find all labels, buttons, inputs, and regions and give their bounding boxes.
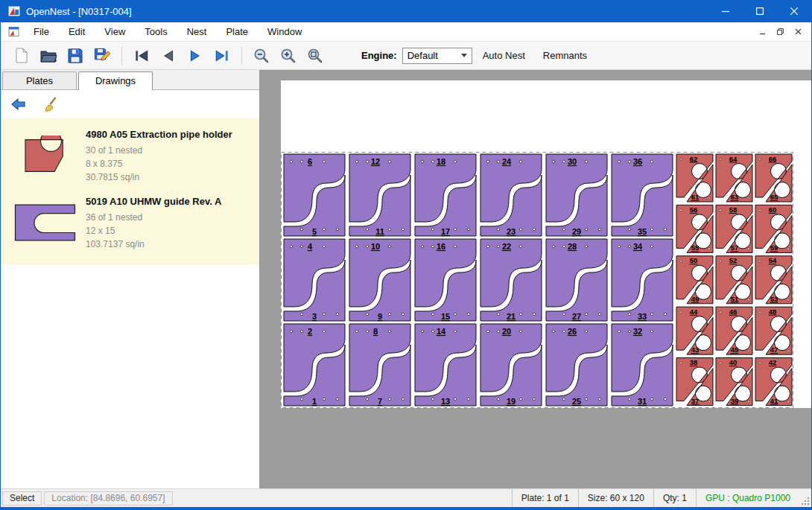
nest-canvas[interactable]: 6512111817242330293635431091615222128273… [260, 70, 811, 488]
svg-text:30: 30 [568, 157, 577, 166]
status-qty: Qty: 1 [653, 489, 696, 507]
clean-button[interactable] [39, 93, 63, 115]
engine-select[interactable]: Default [402, 48, 472, 64]
left-panel: PlatesDrawings 4980 A05 Extraction pipe … [1, 70, 260, 488]
previous-plate-button[interactable] [155, 44, 182, 68]
svg-text:25: 25 [572, 397, 581, 406]
menu-item-nest[interactable]: Nest [177, 23, 217, 40]
svg-text:45: 45 [731, 345, 739, 354]
drawing-list-item[interactable]: 5019 A10 UHMW guide Rev. A36 of 1 nested… [1, 188, 259, 255]
svg-text:16: 16 [437, 242, 445, 251]
last-plate-button[interactable] [209, 44, 235, 68]
toolbar-separator [241, 47, 242, 65]
drawing-nested-count: 36 of 1 nested [86, 211, 255, 224]
mdi-close-button[interactable] [789, 24, 807, 40]
menu-item-window[interactable]: Window [258, 23, 311, 40]
statusbar: Select Location: [84.8696, 60.6957] Plat… [1, 488, 811, 507]
svg-text:28: 28 [568, 242, 577, 251]
return-parts-button[interactable] [7, 93, 31, 115]
next-arrow-icon [187, 48, 203, 64]
next-plate-button[interactable] [182, 44, 209, 68]
menubar: FileEditViewToolsNestPlateWindow [1, 22, 811, 42]
svg-text:24: 24 [502, 157, 512, 166]
svg-text:64: 64 [729, 155, 738, 163]
menu-item-plate[interactable]: Plate [216, 23, 258, 40]
svg-text:17: 17 [441, 227, 450, 236]
first-plate-button[interactable] [128, 44, 155, 68]
svg-text:26: 26 [568, 327, 577, 336]
open-folder-icon [39, 47, 57, 65]
svg-text:61: 61 [691, 193, 700, 201]
svg-text:54: 54 [769, 256, 777, 264]
engine-label: Engine: [361, 50, 397, 61]
svg-text:33: 33 [638, 312, 647, 321]
drawing-list-item[interactable]: 4980 A05 Extraction pipe holder30 of 1 n… [1, 121, 259, 188]
drawing-size: 12 x 15 [86, 224, 255, 238]
svg-text:65: 65 [770, 193, 778, 201]
auto-nest-button[interactable]: Auto Nest [475, 45, 533, 66]
svg-text:58: 58 [729, 205, 738, 214]
zoom-fit-button[interactable] [302, 44, 329, 68]
first-arrow-icon [133, 48, 150, 64]
menu-item-file[interactable]: File [24, 23, 59, 40]
open-button[interactable] [35, 44, 62, 68]
svg-text:66: 66 [769, 155, 777, 163]
svg-text:56: 56 [690, 205, 698, 214]
zoom-in-button[interactable] [275, 44, 302, 68]
svg-text:31: 31 [638, 397, 647, 406]
zoom-out-icon [253, 48, 270, 64]
svg-text:63: 63 [731, 193, 739, 201]
svg-text:8: 8 [373, 327, 378, 336]
menu-item-edit[interactable]: Edit [59, 23, 95, 40]
last-arrow-icon [214, 48, 230, 64]
svg-text:43: 43 [691, 345, 700, 354]
svg-text:10: 10 [371, 242, 380, 251]
svg-text:38: 38 [690, 358, 698, 366]
mdi-restore-button[interactable] [771, 24, 789, 40]
minimize-button[interactable] [708, 0, 743, 22]
zoom-fit-icon [307, 48, 323, 64]
new-button[interactable] [8, 44, 35, 68]
svg-text:32: 32 [633, 327, 642, 336]
chevron-down-icon [461, 54, 467, 57]
svg-text:51: 51 [731, 295, 739, 303]
resize-grip[interactable] [799, 489, 811, 507]
nest-plate-svg[interactable]: 6512111817242330293635431091615222128273… [281, 152, 793, 408]
svg-text:5: 5 [312, 227, 317, 236]
maximize-button[interactable] [743, 0, 777, 22]
svg-text:18: 18 [437, 157, 445, 166]
main-area: PlatesDrawings 4980 A05 Extraction pipe … [1, 70, 811, 488]
zoom-out-button[interactable] [248, 44, 275, 68]
svg-text:60: 60 [769, 205, 777, 214]
svg-text:11: 11 [375, 227, 384, 236]
svg-text:37: 37 [691, 397, 700, 405]
titlebar: OpenNest - [N0317-004] [1, 0, 811, 22]
window-title: OpenNest - [N0317-004] [26, 6, 132, 17]
part-thumbnail [5, 194, 86, 251]
drawing-area: 103.7137 sq/in [86, 238, 255, 251]
previous-arrow-icon [160, 48, 177, 64]
tab-drawings[interactable]: Drawings [78, 71, 153, 90]
svg-text:50: 50 [690, 256, 698, 264]
save-as-button[interactable] [89, 44, 115, 68]
svg-text:47: 47 [770, 345, 778, 354]
mdi-minimize-button[interactable] [753, 24, 771, 40]
remnants-button[interactable]: Remnants [536, 45, 594, 66]
svg-text:12: 12 [371, 157, 380, 166]
drawings-panel-toolbar [1, 90, 259, 118]
status-plate-count: Plate: 1 of 1 [512, 489, 578, 507]
svg-text:27: 27 [572, 312, 581, 321]
svg-text:23: 23 [507, 227, 516, 236]
svg-text:15: 15 [441, 312, 450, 321]
drawings-list: 4980 A05 Extraction pipe holder30 of 1 n… [1, 118, 259, 264]
close-button[interactable] [777, 0, 811, 22]
tab-plates[interactable]: Plates [2, 71, 77, 89]
drawing-nested-count: 30 of 1 nested [86, 144, 255, 157]
menu-item-view[interactable]: View [95, 23, 135, 40]
menu-item-tools[interactable]: Tools [135, 23, 177, 40]
svg-text:42: 42 [769, 358, 777, 366]
svg-text:9: 9 [378, 312, 382, 321]
svg-text:55: 55 [691, 243, 700, 252]
save-button[interactable] [62, 44, 89, 68]
grip-dots-icon [801, 497, 810, 506]
